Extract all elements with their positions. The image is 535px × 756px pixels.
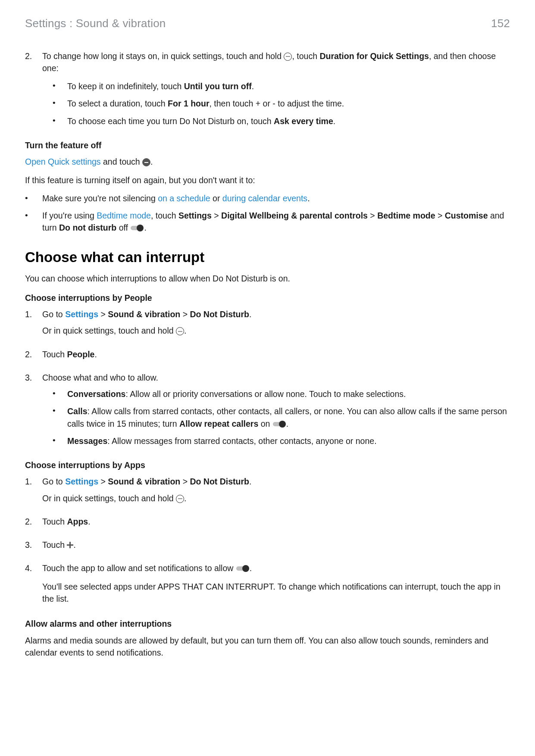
do-not-disturb-icon	[176, 495, 184, 503]
text: Touch	[42, 350, 67, 359]
text: Touch	[42, 540, 67, 550]
subheading: Turn the feature off	[25, 139, 510, 151]
bullet-icon: •	[53, 97, 67, 109]
text: or	[210, 194, 222, 203]
list-item: • Messages: Allow messages from starred …	[53, 435, 510, 447]
text: >	[98, 309, 108, 319]
bold-text: People	[67, 350, 94, 359]
link-settings[interactable]: Settings	[65, 477, 98, 486]
list-item: 1. Go to Settings > Sound & vibration > …	[25, 308, 510, 343]
bold-text: Do Not Disturb	[190, 477, 249, 486]
link-during-calendar-events[interactable]: during calendar events	[222, 194, 307, 203]
text: If you're using	[42, 211, 97, 220]
list-number: 2.	[25, 515, 42, 534]
bold-text: Do Not Disturb	[190, 309, 249, 319]
text: Go to	[42, 309, 65, 319]
list-item: • To select a duration, touch For 1 hour…	[53, 97, 510, 109]
subheading: Choose interruptions by People	[25, 292, 510, 304]
text: To choose each time you turn Do Not Dist…	[67, 116, 274, 126]
text: .	[286, 419, 288, 428]
link-settings[interactable]: Settings	[65, 309, 98, 319]
text: on	[258, 419, 272, 428]
text: and touch	[101, 157, 143, 166]
paragraph: You'll see selected apps under APPS THAT…	[42, 581, 510, 605]
paragraph: Choose what and who to allow.	[42, 372, 510, 384]
text: .	[250, 563, 252, 573]
text: .	[184, 326, 186, 335]
bullet-icon: •	[25, 192, 42, 204]
text: >	[180, 477, 190, 486]
numbered-list-top: 2. To change how long it stays on, in qu…	[25, 50, 510, 132]
bullet-icon: •	[53, 80, 67, 92]
text: .	[184, 494, 186, 503]
bold-text: Conversations	[67, 389, 125, 399]
text: off	[116, 223, 130, 232]
list-number: 1.	[25, 308, 42, 343]
text: .	[333, 116, 335, 126]
text: , then touch + or - to adjust the time.	[209, 99, 344, 108]
list-item: 1. Go to Settings > Sound & vibration > …	[25, 475, 510, 510]
text: .	[88, 517, 90, 526]
paragraph: Go to Settings > Sound & vibration > Do …	[42, 475, 510, 487]
document-page: Settings : Sound & vibration 152 2. To c…	[0, 0, 535, 756]
list-number: 2.	[25, 50, 42, 132]
text: Or in quick settings, touch and hold	[42, 326, 176, 335]
do-not-disturb-icon	[284, 53, 292, 61]
bold-text: Do not disturb	[59, 223, 116, 232]
bold-text: Sound & vibration	[108, 477, 180, 486]
text: To choose each time you turn Do Not Dist…	[67, 115, 510, 127]
subheading: Choose interruptions by Apps	[25, 459, 510, 471]
paragraph: You can choose which interruptions to al…	[25, 272, 510, 284]
text: To keep it on indefinitely, touch	[67, 81, 184, 91]
bold-text: Calls	[67, 406, 88, 416]
bullet-icon: •	[53, 388, 67, 400]
bold-text: Sound & vibration	[108, 309, 180, 319]
subheading: Allow alarms and other interruptions	[25, 618, 510, 630]
text: .	[150, 157, 153, 166]
paragraph: If this feature is turning itself on aga…	[25, 174, 510, 186]
toggle-off-icon	[131, 225, 144, 231]
paragraph: Touch the app to allow and set notificat…	[42, 562, 510, 574]
bold-text: Duration for Quick Settings	[319, 51, 429, 61]
paragraph: Touch Apps.	[42, 515, 510, 528]
text: .	[249, 309, 251, 319]
bullet-icon: •	[25, 209, 42, 234]
text: Go to	[42, 477, 65, 486]
bold-text: For 1 hour	[168, 99, 209, 108]
list-number: 3.	[25, 539, 42, 557]
do-not-disturb-filled-icon	[142, 158, 150, 166]
text: : Allow all or priority conversations or…	[125, 389, 406, 399]
bold-text: Settings	[65, 477, 98, 486]
toggle-on-icon	[236, 565, 249, 572]
list-number: 3.	[25, 372, 42, 452]
list-item: 2. Touch People.	[25, 348, 510, 366]
bullet-list: • Make sure you're not silencing on a sc…	[25, 192, 510, 234]
paragraph: Open Quick settings and touch .	[25, 156, 510, 168]
plus-icon	[67, 542, 73, 548]
bullet-icon: •	[53, 405, 67, 430]
text: Or in quick settings, touch and hold	[42, 494, 176, 503]
text: .	[252, 81, 254, 91]
text: >	[368, 211, 377, 220]
link-on-a-schedule[interactable]: on a schedule	[158, 194, 210, 203]
bold-text: Customise	[445, 211, 488, 220]
text: >	[98, 477, 108, 486]
paragraph: Or in quick settings, touch and hold .	[42, 492, 510, 504]
breadcrumb: Settings : Sound & vibration	[25, 16, 166, 32]
text: , touch	[292, 51, 319, 61]
list-item: • If you're using Bedtime mode, touch Se…	[25, 209, 510, 234]
bold-text: Digital Wellbeing & parental controls	[221, 211, 368, 220]
text: Touch the app to allow and set notificat…	[42, 563, 236, 573]
list-item: • Calls: Allow calls from starred contac…	[53, 405, 510, 430]
paragraph: Touch People.	[42, 348, 510, 360]
text: : Allow messages from starred contacts, …	[107, 436, 376, 446]
bold-text: Ask every time	[274, 116, 333, 126]
link-open-quick-settings[interactable]: Open Quick settings	[25, 157, 101, 166]
text: Make sure you're not silencing	[42, 194, 158, 203]
bold-text: Settings	[178, 211, 212, 220]
paragraph: Go to Settings > Sound & vibration > Do …	[42, 308, 510, 320]
link-bedtime-mode[interactable]: Bedtime mode	[97, 211, 151, 220]
bullet-icon: •	[53, 115, 67, 127]
paragraph: To change how long it stays on, in quick…	[42, 50, 510, 75]
bullet-list: • To keep it on indefinitely, touch Unti…	[42, 80, 510, 127]
